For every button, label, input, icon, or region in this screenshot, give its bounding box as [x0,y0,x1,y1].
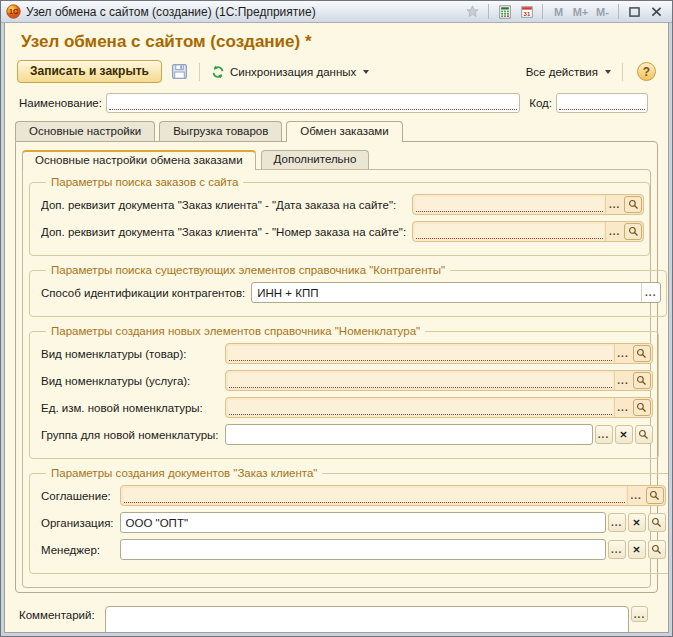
group-order-search-params: Параметры поиска заказов с сайта Доп. ре… [29,176,650,256]
unit-of-measure-field[interactable]: ... [225,397,653,418]
comment-ellipsis-button[interactable]: ... [631,606,648,622]
field-value-area[interactable] [120,539,606,560]
counterparty-id-method-field[interactable]: ИНН + КПП ... [251,282,661,303]
new-nomenclature-group-field[interactable]: ... ✕ [225,424,653,445]
memory-m-button[interactable]: M [549,3,568,20]
titlebar-separator [488,4,489,19]
lookup-button[interactable] [648,513,666,532]
all-actions-label: Все действия [526,66,598,78]
name-input[interactable] [106,93,520,113]
ellipsis-button[interactable]: ... [605,195,623,214]
window-title: Узел обмена с сайтом (создание) (1С:Пред… [26,5,458,19]
memory-m-minus-button[interactable]: M- [593,3,612,20]
ellipsis-button[interactable]: ... [608,513,626,532]
toolbar-separator [622,63,623,81]
nomenclature-type-service-field[interactable]: ... [225,370,653,391]
magnifier-icon [636,375,647,386]
lookup-button[interactable] [633,372,651,389]
ellipsis-button[interactable]: ... [614,344,632,363]
all-actions-menu-button[interactable]: Все действия [522,64,615,80]
ellipsis-button[interactable]: ... [595,425,613,444]
magnifier-icon [638,429,649,440]
code-input[interactable] [556,93,648,113]
close-button[interactable] [647,3,666,20]
comment-label: Комментарий: [19,606,105,621]
order-date-attr-field[interactable]: ... [412,194,644,215]
field-row: Способ идентификации контрагентов: ИНН +… [41,282,661,303]
lookup-button[interactable] [648,540,666,559]
group-legend: Параметры поиска существующих элементов … [46,264,450,276]
magnifier-icon [628,226,639,237]
subtab-order-exchange-settings[interactable]: Основные настройки обмена заказами [22,150,256,170]
clear-button[interactable]: ✕ [628,540,646,559]
lookup-button[interactable] [633,345,651,362]
lookup-button[interactable] [635,425,653,444]
lookup-button[interactable] [624,196,642,213]
tab-goods-upload[interactable]: Выгрузка товаров [159,121,282,141]
help-button[interactable]: ? [637,62,656,81]
field-value-area[interactable] [415,224,604,239]
sub-tabs: Основные настройки обмена заказами Допол… [22,150,651,169]
field-value-area[interactable] [228,400,613,415]
save-and-close-button[interactable]: Записать и закрыть [17,60,162,83]
name-label: Наименование: [19,97,102,109]
comment-row: Комментарий: ... [19,606,648,633]
tab-order-exchange[interactable]: Обмен заказами [286,121,402,142]
main-tabs: Основные настройки Выгрузка товаров Обме… [15,121,658,141]
lookup-button[interactable] [624,223,642,240]
tab-main-settings[interactable]: Основные настройки [15,121,155,141]
organization-field[interactable]: ООО "ОПТ" ... ✕ [120,512,666,533]
calculator-icon[interactable] [495,3,514,20]
group-legend: Параметры создания документов "Заказ кли… [46,467,322,479]
data-sync-label: Синхронизация данных [230,66,356,78]
lookup-button[interactable] [633,399,651,416]
field-row: Менеджер: ... ✕ [41,539,666,560]
nomenclature-type-goods-field[interactable]: ... [225,343,653,364]
ellipsis-button[interactable]: ... [608,540,626,559]
field-label: Доп. реквизит документа "Заказ клиента" … [41,226,412,238]
code-label: Код: [529,97,552,109]
comment-input[interactable] [105,606,629,633]
save-button[interactable] [168,61,192,82]
app-window: 1С Узел обмена с сайтом (создание) (1С:П… [0,0,673,637]
field-value-area[interactable] [415,197,604,212]
group-client-order-creation-params: Параметры создания документов "Заказ кли… [29,467,669,574]
ellipsis-button[interactable]: ... [605,222,623,241]
field-value-area[interactable]: ИНН + КПП ... [251,282,661,303]
group-legend: Параметры поиска заказов с сайта [46,176,243,188]
field-value-area[interactable]: ООО "ОПТ" [120,512,606,533]
clear-button[interactable]: ✕ [615,425,633,444]
lookup-button[interactable] [646,487,664,504]
maximize-button[interactable] [625,3,644,20]
subtab-additional[interactable]: Дополнительно [261,150,370,169]
titlebar-separator [542,4,543,19]
toolbar: Записать и закрыть Синхронизация данных [17,60,656,83]
memory-m-plus-button[interactable]: M+ [571,3,590,20]
ellipsis-button[interactable]: ... [627,486,645,505]
ellipsis-button[interactable]: ... [614,371,632,390]
calendar-icon[interactable]: 31 [517,3,536,20]
field-label: Соглашение: [41,490,120,502]
clear-button[interactable]: ✕ [628,513,646,532]
data-sync-menu-button[interactable]: Синхронизация данных [207,63,373,81]
field-value-area[interactable] [228,373,613,388]
magnifier-icon [651,517,662,528]
ellipsis-button[interactable]: ... [614,398,632,417]
magnifier-icon [651,544,662,555]
magnifier-icon [636,402,647,413]
field-row: Организация: ООО "ОПТ" ... ✕ [41,512,666,533]
field-row: Соглашение: ... [41,485,666,506]
order-number-attr-field[interactable]: ... [412,221,644,242]
svg-text:1С: 1С [9,8,18,15]
agreement-field[interactable]: ... [120,485,666,506]
field-value-area[interactable] [228,346,613,361]
order-exchange-settings-panel: Параметры поиска заказов с сайта Доп. ре… [22,169,651,588]
magnifier-icon [649,490,660,501]
manager-field[interactable]: ... ✕ [120,539,666,560]
1c-logo-icon: 1С [6,4,21,19]
favorites-star-icon[interactable] [463,3,482,20]
field-row: Доп. реквизит документа "Заказ клиента" … [41,194,644,215]
ellipsis-button[interactable]: ... [641,283,659,302]
field-value-area[interactable] [123,488,626,503]
field-value-area[interactable] [225,424,593,445]
